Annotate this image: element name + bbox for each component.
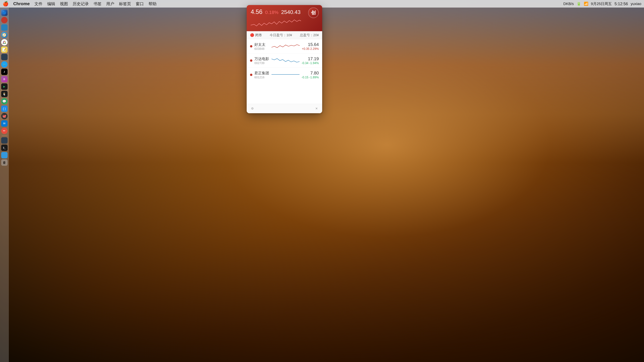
widget-header-chart xyxy=(251,17,318,28)
closed-market-icon: 🔴 xyxy=(250,33,254,37)
widget-change-percent: 0.18% xyxy=(265,10,278,15)
stock-change: -0.15 -1.89% xyxy=(302,76,319,79)
menubar-time: 5:12:56 xyxy=(614,2,628,6)
menubar-window[interactable]: 窗口 xyxy=(136,1,144,6)
stock-prices: 15.64 +0.35 2.29% xyxy=(302,42,319,51)
stock-row[interactable]: 好太太 603848 15.64 +0.35 2.29% xyxy=(247,39,322,54)
dock-filelist[interactable] xyxy=(1,152,8,158)
stock-sparkline xyxy=(272,71,300,78)
stock-info: 万达电影 002739 xyxy=(254,56,270,65)
dock-stacks[interactable] xyxy=(1,137,8,144)
stock-dot xyxy=(250,60,252,62)
stock-row[interactable]: 万达电影 002739 17.19 -0.34 -1.94% xyxy=(247,54,322,68)
dock-github[interactable]: 🐙 xyxy=(1,113,8,119)
dock-app-3[interactable] xyxy=(1,54,8,60)
stock-sparkline xyxy=(272,57,300,64)
menubar-user: yuxiao xyxy=(630,2,641,6)
dock-datagrip[interactable]: D xyxy=(1,76,8,82)
dock-notes[interactable]: 📝 xyxy=(1,46,8,53)
widget-empty-space xyxy=(247,82,322,104)
stock-dot xyxy=(250,74,252,76)
dock-outlook[interactable]: ✉ xyxy=(1,120,8,127)
stock-list: 好太太 603848 15.64 +0.35 2.29% 万达电影 002739 xyxy=(247,39,322,82)
apple-menu[interactable]: 🍎 xyxy=(3,1,8,6)
widget-main-price: 4.56 xyxy=(251,8,262,16)
dock-safari[interactable]: 🧭 xyxy=(1,32,8,38)
stock-code: 601216 xyxy=(254,76,270,79)
stock-dot xyxy=(250,45,252,48)
menubar-tabs[interactable]: 标签页 xyxy=(119,1,131,6)
menubar-app-name[interactable]: Chrome xyxy=(13,1,30,6)
dock-jetbrains[interactable]: J xyxy=(1,68,8,75)
dock-wechat[interactable]: 💬 xyxy=(1,98,8,104)
widget-index-value: 2540.43 xyxy=(281,9,300,15)
stock-sparkline xyxy=(272,42,300,50)
menubar-help[interactable]: 帮助 xyxy=(148,1,156,6)
stock-code: 002739 xyxy=(254,62,270,65)
dock-trash[interactable]: 🗑 xyxy=(1,159,8,166)
dock-finder[interactable]: 🔵 xyxy=(1,10,8,16)
stock-name: 万达电影 xyxy=(254,56,270,62)
menubar-file[interactable]: 文件 xyxy=(34,1,42,6)
stock-name: 君正集团 xyxy=(254,70,270,76)
dock-sketch[interactable]: ✏ xyxy=(1,128,8,134)
widget-status-bar: 🔴 闭市 今日盈亏：10¥ 总盈亏：20¥ xyxy=(247,31,322,39)
widget-close-button[interactable]: ✕ xyxy=(314,106,320,112)
market-status: 🔴 闭市 xyxy=(250,33,262,38)
widget-header: 创 4.56 0.18% 2540.43 xyxy=(247,5,322,31)
widget-bottom-bar: ⚙ ✕ xyxy=(247,104,322,113)
stock-name: 好太太 xyxy=(254,42,270,47)
dock-separator xyxy=(2,136,7,136)
stock-prices: 17.19 -0.34 -1.94% xyxy=(302,56,319,65)
stock-price: 15.64 xyxy=(302,42,319,47)
menubar-date: 9月25日周五 xyxy=(591,1,612,6)
dock-app-1[interactable] xyxy=(1,17,8,23)
menubar-network: DKB/s xyxy=(563,2,574,6)
menubar-battery: 🔋 xyxy=(576,2,581,6)
dock-terminal2[interactable]: $_ xyxy=(1,144,8,151)
dock: 🔵 🧭 📝 🐦 J D ▶ 🐧 💬 { } 🐙 xyxy=(0,8,9,362)
menubar-right: DKB/s 🔋 📶 9月25日周五 5:12:56 yuxiao xyxy=(563,1,641,6)
stock-prices: 7.80 -0.15 -1.89% xyxy=(302,70,319,79)
stock-code: 603848 xyxy=(254,47,270,51)
dock-chrome[interactable] xyxy=(1,39,8,46)
dock-app-4[interactable]: 🐧 xyxy=(1,91,8,97)
dock-twitter[interactable]: 🐦 xyxy=(1,61,8,68)
menubar-history[interactable]: 历史记录 xyxy=(73,1,89,6)
menubar-edit[interactable]: 编辑 xyxy=(47,1,55,6)
stock-row[interactable]: 君正集团 601216 7.80 -0.15 -1.89% xyxy=(247,68,322,82)
widget-settings-button[interactable]: ⚙ xyxy=(249,106,256,112)
stock-price: 7.80 xyxy=(302,70,319,76)
menubar-user[interactable]: 用户 xyxy=(106,1,114,6)
stock-info: 好太太 603848 xyxy=(254,42,270,51)
total-profit: 总盈亏：20¥ xyxy=(300,33,319,38)
dock-vscode[interactable]: { } xyxy=(1,106,8,112)
menubar-view[interactable]: 视图 xyxy=(60,1,68,6)
widget-logo: 创 xyxy=(308,8,319,18)
close-icon: ✕ xyxy=(315,107,318,110)
stock-price: 17.19 xyxy=(302,56,319,62)
menubar-bookmarks[interactable]: 书签 xyxy=(94,1,102,6)
stock-info: 君正集团 601216 xyxy=(254,70,270,79)
dock-terminal[interactable]: ▶ xyxy=(1,83,8,90)
stock-widget: 创 4.56 0.18% 2540.43 🔴 闭市 今日盈亏：10¥ 总盈亏：2… xyxy=(247,5,322,113)
stock-change: +0.35 2.29% xyxy=(302,47,319,51)
settings-icon: ⚙ xyxy=(251,107,254,110)
menubar-wifi: 📶 xyxy=(584,2,588,6)
dock-app-2[interactable] xyxy=(1,24,8,31)
today-profit: 今日盈亏：10¥ xyxy=(270,33,292,38)
stock-change: -0.34 -1.94% xyxy=(302,62,319,65)
